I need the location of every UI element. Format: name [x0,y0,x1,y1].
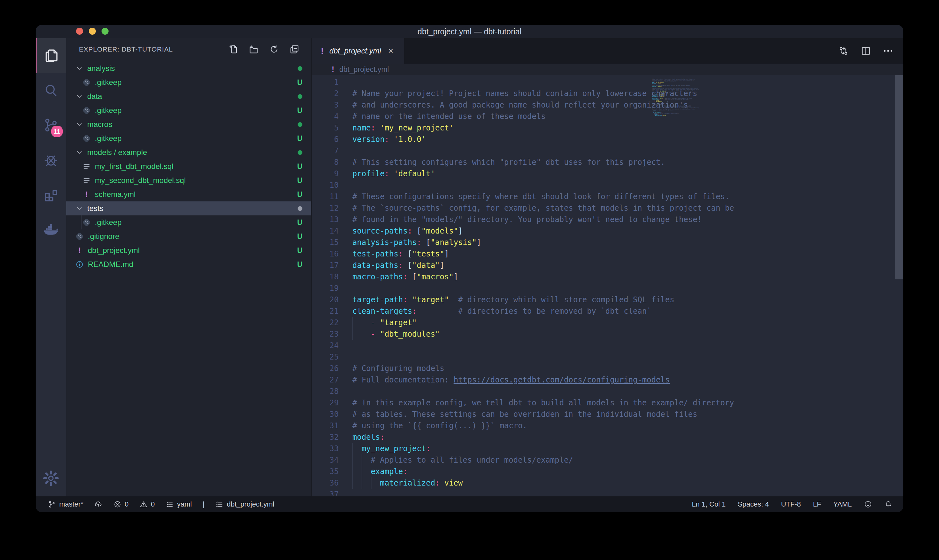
line-number: 35 [312,466,339,477]
editor-group: ! dbt_project.yml × ! dbt_project.yml # … [311,38,904,496]
line-number: 5 [312,122,339,134]
status-item-label: UTF-8 [781,500,801,508]
git-status-dot [298,62,302,75]
line-number: 25 [312,351,339,363]
tree-item-analysis[interactable]: analysis [66,62,311,75]
code-line: 25 [312,351,904,363]
tree-item--gitkeep[interactable]: .gitkeepU [66,103,311,117]
tree-item-dbt-project-yml[interactable]: !dbt_project.ymlU [66,243,311,257]
tree-item--gitignore[interactable]: .gitignoreU [66,229,311,243]
status-item-label: yaml [177,500,192,508]
new-folder-button[interactable] [248,44,259,55]
tree-item-label: .gitignore [88,232,119,241]
breadcrumb[interactable]: ! dbt_project.yml [312,64,904,75]
title-bar[interactable]: dbt_project.yml — dbt-tutorial [35,25,904,38]
git-untracked-badge: U [297,159,302,174]
activity-item-explorer[interactable] [35,38,68,73]
status-item-linter-yaml[interactable]: yaml [166,500,192,508]
git-untracked-badge: U [297,103,302,117]
status-item-notifications[interactable] [884,500,893,508]
line-number: 23 [312,328,339,340]
activity-item-settings[interactable] [35,462,66,496]
code-line: 19 [312,283,904,294]
code-line-text: # The `source-paths` config, for example… [353,202,734,214]
git-file-icon [82,78,91,87]
line-number: 15 [312,237,339,248]
code-line-text: - "dbt_modules" [353,328,440,340]
line-number: 10 [312,180,339,191]
checklist-icon [166,500,174,508]
tab-bar: ! dbt_project.yml × [312,38,904,64]
line-number: 1 [312,76,339,88]
status-item-linter-file[interactable]: dbt_project.yml [215,500,274,508]
code-line-text: example: [353,466,408,477]
line-number: 6 [312,134,339,145]
code-line: 3# and underscores. A good package name … [312,99,904,111]
tree-item-data[interactable]: data [66,89,311,103]
status-item-feedback[interactable] [864,500,872,508]
code-line-text: profile: 'default' [353,168,435,180]
status-bar: master*00yaml|dbt_project.yml Ln 1, Col … [35,496,904,512]
line-number: 33 [312,443,339,454]
status-item-label: dbt_project.yml [226,500,274,508]
code-line-text: # using the `{{ config(...) }}` macro. [353,420,527,431]
status-item-warnings[interactable]: 0 [139,500,155,508]
breadcrumb-item[interactable]: dbt_project.yml [339,65,389,74]
tree-item-label: my_second_dbt_model.sql [95,176,186,185]
tree-item-my-first-dbt-model-sql[interactable]: my_first_dbt_model.sqlU [66,159,311,174]
code-line: 18macro-paths: ["macros"] [312,271,904,283]
status-item-language-mode[interactable]: YAML [833,500,852,508]
activity-item-docker[interactable] [35,213,66,248]
code-line: 10 [312,180,904,191]
code-editor[interactable]: # Name your project! Project names shoul… [312,75,904,496]
status-item-eol[interactable]: LF [813,500,821,508]
new-file-button[interactable] [228,44,239,55]
line-number: 18 [312,271,339,283]
status-item-indentation[interactable]: Spaces: 4 [738,500,769,508]
status-item-errors[interactable]: 0 [113,500,129,508]
open-changes-button[interactable] [838,45,849,57]
bell-icon [884,500,893,508]
code-line-text: version: '1.0.0' [353,134,426,145]
status-item-branch[interactable]: master* [48,500,83,508]
tree-item-my-second-dbt-model-sql[interactable]: my_second_dbt_model.sqlU [66,174,311,188]
split-editor-button[interactable] [860,45,871,57]
activity-item-source-control[interactable]: 11 [35,108,66,143]
git-untracked-badge: U [297,75,302,89]
tree-item-label: README.md [88,260,133,269]
status-item-cursor-position[interactable]: Ln 1, Col 1 [692,500,725,508]
activity-item-extensions[interactable] [35,178,66,213]
tree-item-readme-md[interactable]: README.mdU [66,257,311,271]
code-line-text: # and underscores. A good package name s… [353,99,688,111]
line-number: 30 [312,409,339,420]
tree-item--gitkeep[interactable]: .gitkeepU [66,215,311,229]
status-item-label: 0 [151,500,155,508]
activity-item-search[interactable] [35,73,66,108]
activity-item-debug[interactable] [35,143,66,178]
git-status-dot [298,89,302,103]
tree-item-schema-yml[interactable]: !schema.ymlU [66,188,311,202]
code-line-text: name: 'my_new_project' [353,122,454,134]
tree-item-models-example[interactable]: models / example [66,145,311,159]
tree-item-tests[interactable]: tests [66,202,311,215]
checklist-icon [215,500,223,508]
more-actions-button[interactable] [882,45,894,57]
tree-item-label: macros [87,120,112,129]
refresh-button[interactable] [269,44,279,55]
collapse-all-button[interactable] [289,44,300,55]
line-number: 9 [312,168,339,180]
line-number: 13 [312,214,339,225]
tree-item--gitkeep[interactable]: .gitkeepU [66,131,311,145]
tree-item--gitkeep[interactable]: .gitkeepU [66,75,311,89]
chevron-down-icon [75,148,83,157]
code-line-text: # Applies to all files under models/exam… [353,454,573,466]
close-tab-icon[interactable]: × [388,46,393,56]
tab-dbt-project-yml[interactable]: ! dbt_project.yml × [312,38,404,65]
editor-actions [838,38,894,64]
yaml-warning-icon: ! [321,46,324,56]
code-line-text: analysis-paths: ["analysis"] [353,237,481,248]
tree-item-macros[interactable]: macros [66,117,311,131]
yaml-warning-icon: ! [332,65,334,74]
status-item-encoding[interactable]: UTF-8 [781,500,801,508]
status-item-sync[interactable] [94,500,103,508]
